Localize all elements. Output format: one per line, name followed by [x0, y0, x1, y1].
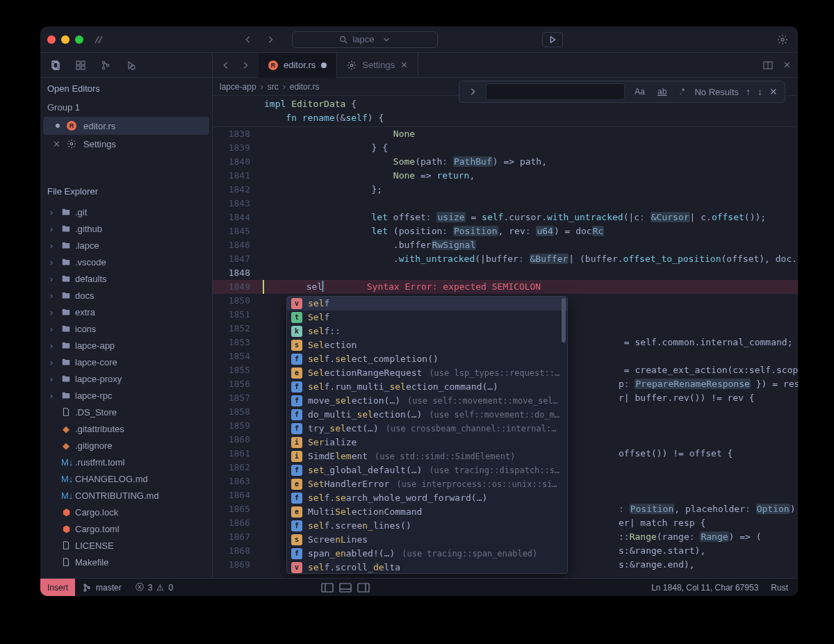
- autocomplete-item[interactable]: fself.search_whole_word_forward(…): [287, 491, 567, 505]
- breadcrumb-segment[interactable]: src: [268, 82, 279, 92]
- find-prev-button[interactable]: ↑: [746, 86, 751, 97]
- autocomplete-item[interactable]: fself.screen_lines(): [287, 519, 567, 533]
- panel-right-toggle[interactable]: [357, 583, 370, 593]
- autocomplete-item[interactable]: eMultiSelectionCommand: [287, 505, 567, 519]
- breadcrumb-segment[interactable]: editor.rs: [290, 82, 320, 92]
- file-item[interactable]: LICENSE: [43, 537, 209, 554]
- file-item[interactable]: .DS_Store: [43, 404, 209, 420]
- code-line[interactable]: 1841 None => return,: [213, 169, 798, 183]
- code-line[interactable]: 1838 None: [213, 127, 798, 141]
- settings-button[interactable]: [777, 34, 788, 45]
- close-icon[interactable]: ✕: [53, 139, 60, 149]
- nav-forward-button[interactable]: [265, 35, 275, 44]
- folder-item[interactable]: › .lapce: [43, 237, 209, 254]
- autocomplete-item[interactable]: iSerialize: [287, 436, 567, 449]
- tabs-scroll-left[interactable]: [221, 60, 231, 70]
- tab-settings[interactable]: Settings ✕: [337, 53, 418, 78]
- folder-item[interactable]: › extra: [43, 304, 209, 320]
- code-line[interactable]: 1846 .bufferRwSignal: [213, 238, 798, 252]
- code-line[interactable]: 1849 sel Syntax Error: expected SEMICOLO…: [213, 280, 798, 294]
- breadcrumb-segment[interactable]: lapce-app: [220, 82, 256, 92]
- code-line[interactable]: 1845 let (position: Position, rev: u64) …: [213, 224, 798, 238]
- find-close-button[interactable]: ✕: [769, 86, 778, 97]
- minimize-window-button[interactable]: [61, 35, 70, 44]
- autocomplete-item[interactable]: fspan_enabled!(…)(use tracing::span_enab…: [287, 547, 567, 561]
- folder-item[interactable]: › icons: [43, 320, 209, 337]
- explorer-tab-button[interactable]: [50, 60, 61, 71]
- split-editor-button[interactable]: [762, 60, 774, 71]
- run-button[interactable]: [542, 32, 563, 47]
- code-line[interactable]: 1848: [213, 266, 798, 280]
- code-line[interactable]: 1847 .with_untracked(|buffer: &Buffer| (…: [213, 252, 798, 266]
- open-editor-item[interactable]: ✕ Settings: [40, 135, 212, 153]
- code-line[interactable]: 1843: [213, 197, 798, 210]
- close-all-button[interactable]: ✕: [783, 60, 791, 70]
- command-icon[interactable]: [93, 34, 104, 45]
- file-item[interactable]: ◆.gitattributes: [43, 420, 209, 437]
- autocomplete-item[interactable]: fmove_selection(…)(use self::movement::m…: [287, 394, 567, 408]
- file-item[interactable]: ◆.gitignore: [43, 437, 209, 454]
- tabs-scroll-right[interactable]: [240, 60, 250, 70]
- autocomplete-item[interactable]: iSimdElement(use std::simd::SimdElement): [287, 449, 567, 463]
- autocomplete-item[interactable]: vself.scroll_delta: [287, 561, 567, 574]
- code-area[interactable]: vselftSelfkself::sSelectionfself.select_…: [213, 127, 798, 578]
- find-input[interactable]: [486, 83, 625, 100]
- autocomplete-item[interactable]: sScreenLines: [287, 533, 567, 547]
- regex-toggle[interactable]: .*: [676, 85, 687, 98]
- folder-item[interactable]: › lapce-core: [43, 354, 209, 370]
- file-item[interactable]: Makefile: [43, 554, 209, 570]
- autocomplete-item[interactable]: eSelectionRangeRequest(use lsp_types::re…: [287, 366, 567, 380]
- autocomplete-item[interactable]: vself: [287, 297, 567, 311]
- open-editor-item[interactable]: R editor.rs: [43, 117, 209, 135]
- autocomplete-item[interactable]: kself::: [287, 324, 567, 338]
- command-palette[interactable]: lapce: [292, 31, 438, 48]
- tab-close-button[interactable]: ✕: [400, 60, 408, 70]
- panel-bottom-toggle[interactable]: [339, 583, 352, 593]
- diagnostics[interactable]: ⓧ 3 ⚠ 0: [129, 581, 180, 593]
- code-line[interactable]: 1844 let offset: usize = self.cursor.wit…: [213, 210, 798, 224]
- nav-back-button[interactable]: [243, 35, 253, 44]
- folder-item[interactable]: › lapce-proxy: [43, 370, 209, 387]
- scrollbar-thumb[interactable]: [562, 298, 566, 342]
- code-line[interactable]: 1839 } {: [213, 141, 798, 155]
- match-case-toggle[interactable]: Aa: [632, 85, 648, 98]
- file-item[interactable]: M↓CONTRIBUTING.md: [43, 487, 209, 504]
- file-item[interactable]: ⬢Cargo.toml: [43, 520, 209, 537]
- folder-item[interactable]: › lapce-app: [43, 337, 209, 354]
- folder-item[interactable]: › docs: [43, 287, 209, 304]
- autocomplete-popup[interactable]: vselftSelfkself::sSelectionfself.select_…: [286, 296, 568, 574]
- scm-tab-button[interactable]: [100, 60, 111, 71]
- git-branch[interactable]: master: [75, 583, 129, 593]
- panel-left-toggle[interactable]: [321, 583, 334, 593]
- close-window-button[interactable]: [47, 35, 56, 44]
- find-next-button[interactable]: ↓: [758, 86, 762, 97]
- file-item[interactable]: ⬢Cargo.lock: [43, 504, 209, 520]
- cursor-position[interactable]: Ln 1848, Col 11, Char 67953: [651, 583, 758, 593]
- language-mode[interactable]: Rust: [771, 583, 788, 593]
- debug-tab-button[interactable]: [125, 60, 136, 71]
- folder-item[interactable]: › .git: [43, 204, 209, 220]
- autocomplete-item[interactable]: tSelf: [287, 311, 567, 324]
- folder-item[interactable]: › defaults: [43, 270, 209, 287]
- folder-label: lapce-rpc: [75, 390, 112, 401]
- file-tree[interactable]: › .git› .github› .lapce› .vscode› defaul…: [40, 201, 212, 578]
- code-line[interactable]: 1840 Some(path: PathBuf) => path,: [213, 155, 798, 169]
- code-line[interactable]: 1842 };: [213, 183, 798, 197]
- autocomplete-item[interactable]: eSetHandlerError(use interprocess::os::u…: [287, 477, 567, 491]
- autocomplete-item[interactable]: fself.run_multi_selection_command(…): [287, 380, 567, 394]
- autocomplete-item[interactable]: fself.select_completion(): [287, 352, 567, 366]
- maximize-window-button[interactable]: [75, 35, 83, 44]
- whole-word-toggle[interactable]: ab: [655, 85, 669, 98]
- autocomplete-item[interactable]: fdo_multi_selection(…)(use self::movemen…: [287, 408, 567, 422]
- tab-editor-rs[interactable]: R editor.rs: [259, 53, 337, 78]
- plugins-tab-button[interactable]: [75, 60, 86, 71]
- autocomplete-item[interactable]: sSelection: [287, 338, 567, 352]
- folder-item[interactable]: › .vscode: [43, 254, 209, 270]
- folder-item[interactable]: › lapce-rpc: [43, 387, 209, 404]
- autocomplete-item[interactable]: fset_global_default(…)(use tracing::disp…: [287, 463, 567, 477]
- autocomplete-item[interactable]: ftry_select(…)(use crossbeam_channel::in…: [287, 422, 567, 436]
- file-item[interactable]: M↓CHANGELOG.md: [43, 470, 209, 487]
- expand-replace-button[interactable]: [466, 83, 479, 100]
- folder-item[interactable]: › .github: [43, 220, 209, 237]
- file-item[interactable]: M↓.rustfmt.toml: [43, 454, 209, 470]
